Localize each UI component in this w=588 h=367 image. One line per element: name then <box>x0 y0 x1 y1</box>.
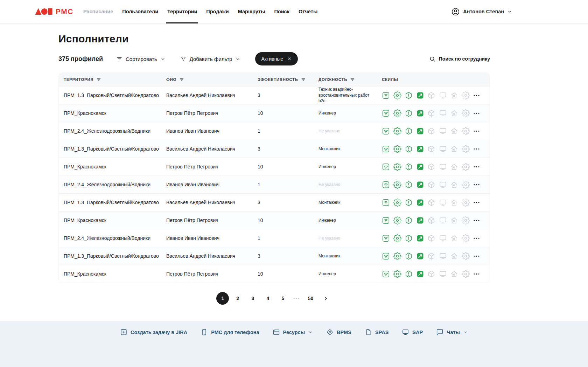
row-menu-button[interactable] <box>471 180 481 189</box>
page-button-5[interactable]: 5 <box>276 292 289 305</box>
column-header-1: ТЕРРИТОРИЯ <box>59 77 161 82</box>
home-icon <box>450 91 458 99</box>
column-header-4: ДОЛЖНОСТЬ <box>314 77 377 82</box>
column-filter-icon[interactable] <box>179 77 184 82</box>
user-menu[interactable]: Антонов Степан <box>451 7 512 16</box>
fio-cell: Петров Пётр Петрович <box>161 217 253 223</box>
column-filter-icon[interactable] <box>96 77 101 82</box>
footer-link-label: SAP <box>412 330 423 335</box>
gear-icon <box>393 109 401 117</box>
nav-item-reports[interactable]: Отчёты <box>294 0 322 23</box>
column-filter-icon[interactable] <box>350 77 355 82</box>
more-dots-icon <box>473 92 480 99</box>
close-icon[interactable] <box>287 56 292 61</box>
row-menu-cell <box>468 162 490 172</box>
gear-icon <box>393 145 401 153</box>
pagination-ellipsis: ••• <box>292 296 302 300</box>
row-menu-button[interactable] <box>471 269 481 279</box>
page-button-3[interactable]: 3 <box>246 292 259 305</box>
more-dots-icon <box>473 252 480 260</box>
nav-item-territories[interactable]: Территории <box>163 0 202 23</box>
more-dots-icon <box>473 110 480 117</box>
nav-item-search[interactable]: Поиск <box>270 0 294 23</box>
territory-cell: ПРМ_Краснокамск <box>59 271 161 277</box>
home-icon <box>450 216 458 224</box>
more-dots-icon <box>473 145 480 153</box>
logo-text: РМС <box>56 7 74 16</box>
footer-link-chat[interactable]: Чаты <box>436 328 468 336</box>
page-button-1[interactable]: 1 <box>216 292 229 305</box>
wifi-icon <box>382 145 390 153</box>
arrow-right-icon <box>323 296 329 302</box>
row-menu-cell <box>468 251 490 261</box>
meter-icon <box>416 234 424 242</box>
nav-item-routes[interactable]: Маршруты <box>233 0 270 23</box>
sort-button[interactable]: Сортировать <box>116 56 166 62</box>
page-button-50[interactable]: 50 <box>304 292 317 305</box>
row-menu-button[interactable] <box>471 126 481 136</box>
row-menu-button[interactable] <box>471 215 481 225</box>
next-page-button[interactable] <box>320 292 332 305</box>
cube-icon <box>427 252 435 260</box>
footer-link-phone[interactable]: РМС для телефона <box>201 328 259 336</box>
territory-cell: ПРМ_2.4_Железнодорожный/Водники <box>59 235 161 241</box>
jira-create-icon <box>120 328 127 336</box>
position-cell: Инженер <box>314 217 377 223</box>
table-controls: 375 профилей Сортировать Добавить фильтр… <box>58 52 490 65</box>
home-icon <box>450 163 458 171</box>
monitor-icon <box>439 199 447 207</box>
efficiency-cell: 3 <box>253 92 314 98</box>
page-button-2[interactable]: 2 <box>231 292 244 305</box>
footer-link-bpms[interactable]: BPMS <box>326 328 351 336</box>
skills-cell <box>377 145 468 153</box>
employee-search-button[interactable]: Поиск по сотруднику <box>429 56 490 62</box>
meter-icon <box>416 163 424 171</box>
column-header-5: СКИЛЫ <box>377 77 468 82</box>
user-name: Антонов Степан <box>463 9 504 14</box>
column-filter-icon[interactable] <box>301 77 306 82</box>
add-filter-button[interactable]: Добавить фильтр <box>180 56 241 62</box>
warning-icon <box>405 216 413 224</box>
row-menu-cell <box>468 233 490 243</box>
page-title: Исполнители <box>58 33 490 45</box>
cube-icon <box>427 127 435 135</box>
row-menu-button[interactable] <box>471 144 481 154</box>
row-menu-button[interactable] <box>471 108 481 118</box>
profiles-count: 375 профилей <box>58 55 103 63</box>
footer-link-label: SPAS <box>375 330 388 335</box>
row-menu-button[interactable] <box>471 162 481 172</box>
territory-cell: ПРМ_1.3_Парковый/Светлый/Кондратово <box>59 253 161 259</box>
warning-icon <box>405 163 413 171</box>
active-filter-chip[interactable]: Активные <box>255 52 298 65</box>
filter-funnel-icon <box>180 56 187 62</box>
table-row: ПРМ_1.3_Парковый/Светлый/КондратовоВасил… <box>59 193 490 211</box>
app-root: РМС РасписаниеПользователиТерриторииПрод… <box>0 0 588 367</box>
fio-cell: Петров Пётр Петрович <box>161 271 253 277</box>
footer-link-resources[interactable]: Ресурсы <box>273 328 313 336</box>
logo[interactable]: РМС <box>35 7 74 16</box>
territory-cell: ПРМ_2.4_Железнодорожный/Водники <box>59 128 161 134</box>
skills-cell <box>377 91 468 99</box>
home-icon <box>450 199 458 207</box>
row-menu-cell <box>468 90 490 100</box>
cube-icon <box>427 163 435 171</box>
footer-link-monitor[interactable]: SAP <box>402 328 423 336</box>
footer-link-label: BPMS <box>337 330 351 335</box>
fio-cell: Петров Пётр Петрович <box>161 110 253 116</box>
footer-link-spas[interactable]: SPAS <box>365 328 388 336</box>
wifi-icon <box>382 199 390 207</box>
meter-icon <box>416 252 424 260</box>
column-header-3: ЭФФЕКТИВНОСТЬ <box>253 77 314 82</box>
nav-item-sales[interactable]: Продажи <box>202 0 233 23</box>
row-menu-button[interactable] <box>471 198 481 207</box>
main-nav: РасписаниеПользователиТерриторииПродажиМ… <box>79 0 322 23</box>
row-menu-button[interactable] <box>471 251 481 261</box>
nav-item-schedule[interactable]: Расписание <box>79 0 118 23</box>
monitor-icon <box>439 216 447 224</box>
row-menu-button[interactable] <box>471 233 481 243</box>
nav-item-users[interactable]: Пользователи <box>118 0 163 23</box>
footer-link-jira[interactable]: Создать задачу в JIRA <box>120 328 187 336</box>
gear-icon <box>393 91 401 99</box>
page-button-4[interactable]: 4 <box>261 292 274 305</box>
row-menu-button[interactable] <box>471 90 481 100</box>
